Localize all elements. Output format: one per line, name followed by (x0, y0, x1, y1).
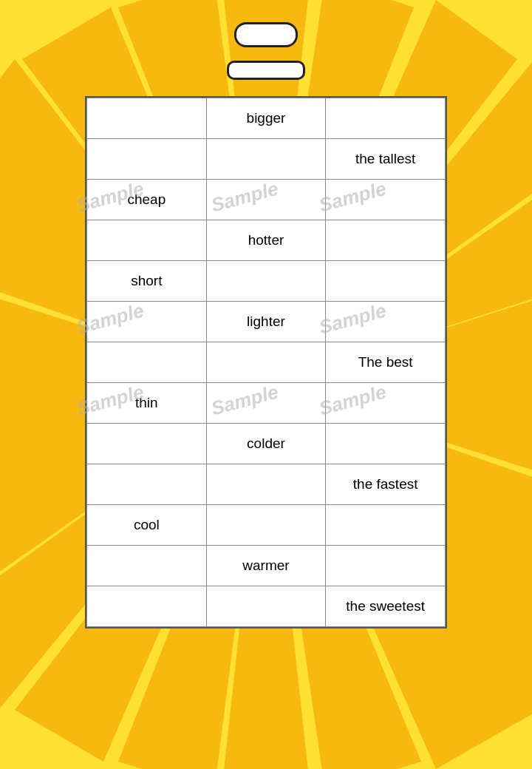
table-cell (87, 98, 207, 139)
table-cell: the fastest (326, 464, 446, 505)
table-cell: Sample (326, 180, 446, 220)
table-cell (326, 220, 446, 261)
table-cell: short (87, 261, 207, 302)
table-cell (206, 505, 326, 546)
table-cell: Sample (87, 302, 207, 342)
table-cell (326, 505, 446, 546)
table-cell (87, 464, 207, 505)
table-cell (326, 424, 446, 464)
table-cell: colder (206, 424, 326, 464)
table-cell (206, 586, 326, 627)
table-cell (206, 261, 326, 302)
table-cell: Sample (326, 383, 446, 424)
table-cell: Sample (206, 383, 326, 424)
table-cell (87, 342, 207, 383)
table-cell (326, 546, 446, 586)
table-cell: cheapSample (87, 180, 207, 220)
table-cell (326, 98, 446, 139)
main-title (234, 22, 298, 47)
table-cell: the sweetest (326, 586, 446, 627)
table-cell (206, 342, 326, 383)
table-cell: hotter (206, 220, 326, 261)
table-cell: cool (87, 505, 207, 546)
table-cell: lighter (206, 302, 326, 342)
table-cell: Sample (206, 180, 326, 220)
table-cell: thinSample (87, 383, 207, 424)
table-cell: Sample (326, 302, 446, 342)
table-cell (87, 586, 207, 627)
table-cell: warmer (206, 546, 326, 586)
table-cell (87, 139, 207, 180)
table-cell: bigger (206, 98, 326, 139)
subtitle (227, 61, 305, 80)
table-cell: The best (326, 342, 446, 383)
table-cell (206, 139, 326, 180)
table-cell (87, 546, 207, 586)
adjectives-table: biggerthe tallestcheapSampleSampleSample… (85, 96, 447, 629)
table-cell (326, 261, 446, 302)
table-cell (87, 220, 207, 261)
table-cell (87, 424, 207, 464)
table-cell: the tallest (326, 139, 446, 180)
table-cell (206, 464, 326, 505)
